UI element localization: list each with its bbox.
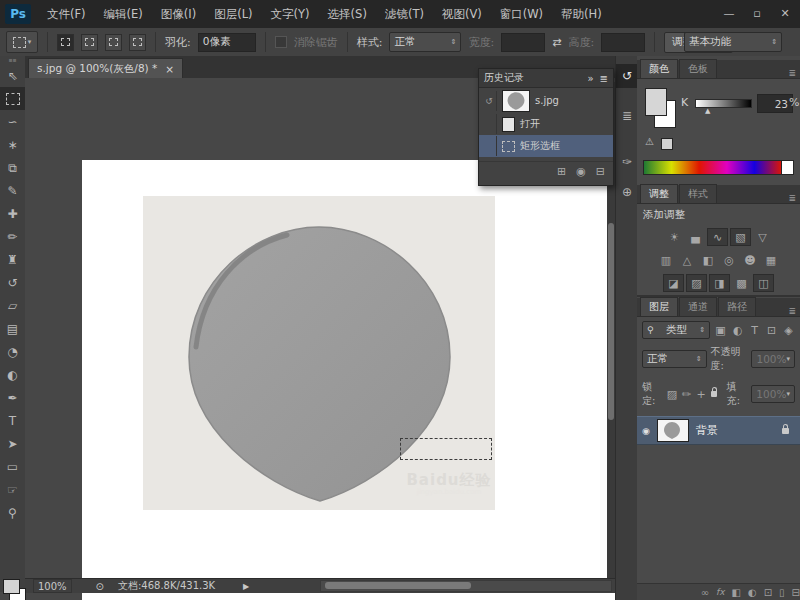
intersect-selection-button[interactable] <box>129 34 146 51</box>
lock-pixels-icon[interactable]: ✏ <box>681 386 692 402</box>
lock-all-icon[interactable] <box>711 391 717 397</box>
menu-help[interactable]: 帮助(H) <box>552 0 611 28</box>
hue-saturation-icon[interactable]: ▥ <box>657 252 676 268</box>
curves-icon[interactable]: ∿ <box>707 228 728 246</box>
blur-tool[interactable]: ◔ <box>0 340 25 363</box>
delete-layer-icon[interactable]: ⊟ <box>792 587 800 598</box>
clone-stamp-tool[interactable]: ♜ <box>0 248 25 271</box>
tab-color[interactable]: 颜色 <box>640 59 678 78</box>
delete-state-icon[interactable]: ⊟ <box>596 165 605 178</box>
filter-pixel-layers-icon[interactable]: ▣ <box>714 322 727 338</box>
rectangular-marquee-tool[interactable] <box>0 87 25 110</box>
history-brush-source-well[interactable] <box>482 136 497 156</box>
close-tab-icon[interactable]: × <box>165 63 174 75</box>
filter-type-layers-icon[interactable]: T <box>748 322 761 338</box>
posterize-icon[interactable]: ▨ <box>686 274 707 292</box>
filter-group-layers-icon[interactable]: ⊡ <box>765 322 778 338</box>
layer-name[interactable]: 背景 <box>696 423 718 438</box>
layer-filter-dropdown[interactable]: ⚲ 类型 ⇕ <box>642 321 710 339</box>
vibrance-icon[interactable]: ▽ <box>753 229 772 245</box>
tab-layers[interactable]: 图层 <box>640 297 678 316</box>
pen-tool[interactable]: ✒ <box>0 386 25 409</box>
marquee-selection[interactable] <box>400 438 492 460</box>
history-brush-source-well[interactable] <box>482 114 497 134</box>
path-selection-tool[interactable]: ➤ <box>0 432 25 455</box>
channel-mixer-icon[interactable]: ☻ <box>741 252 760 268</box>
horizontal-scrollbar[interactable] <box>320 580 612 592</box>
layer-style-icon[interactable]: fx <box>716 587 725 597</box>
history-snapshot-row[interactable]: ↺ s.jpg <box>479 88 613 113</box>
panel-grip[interactable]: ▪▪ <box>0 56 25 64</box>
link-layers-icon[interactable]: ∞ <box>701 587 709 598</box>
history-brush-source-well[interactable]: ↺ <box>482 91 497 111</box>
gamut-warning-icon[interactable]: ⚠ <box>645 136 654 147</box>
white-ramp-end[interactable] <box>781 160 794 175</box>
clone-source-panel-icon[interactable]: ⊕ <box>616 180 638 204</box>
new-layer-icon[interactable]: ▯ <box>779 587 785 598</box>
rectangle-tool[interactable]: ▭ <box>0 455 25 478</box>
healing-brush-tool[interactable]: ✚ <box>0 202 25 225</box>
style-dropdown[interactable]: 正常⇕ <box>389 32 461 52</box>
selective-color-icon[interactable]: ◫ <box>753 274 774 292</box>
foreground-color-swatch[interactable] <box>3 579 20 594</box>
k-slider[interactable] <box>695 99 752 108</box>
vertical-scrollbar-thumb[interactable] <box>608 223 614 420</box>
maximize-button[interactable]: ▫ <box>746 5 768 21</box>
foreground-color-swatch[interactable] <box>645 88 667 116</box>
brush-tool[interactable]: ✏ <box>0 225 25 248</box>
new-snapshot-icon[interactable]: ◉ <box>576 165 586 178</box>
photo-filter-icon[interactable]: ◎ <box>720 252 739 268</box>
collapse-panel-icon[interactable]: » <box>587 73 593 84</box>
opacity-dropdown[interactable]: 100%▾ <box>751 350 795 368</box>
history-step-open[interactable]: 打开 <box>479 113 613 135</box>
black-white-icon[interactable]: ◧ <box>699 252 718 268</box>
new-selection-button[interactable] <box>57 34 74 51</box>
tab-channels[interactable]: 通道 <box>679 297 717 316</box>
workspace-switcher[interactable]: 基本功能⇕ <box>684 32 782 52</box>
threshold-icon[interactable]: ◨ <box>709 274 730 292</box>
panel-menu-icon[interactable]: ≣ <box>788 68 796 78</box>
horizontal-scrollbar-thumb[interactable] <box>325 582 471 589</box>
invert-icon[interactable]: ◪ <box>663 274 684 292</box>
panel-menu-icon[interactable]: ≣ <box>600 73 608 84</box>
menu-image[interactable]: 图像(I) <box>152 0 205 28</box>
move-tool[interactable]: ⇖ <box>0 64 25 87</box>
brightness-contrast-icon[interactable]: ☀ <box>665 229 684 245</box>
history-brush-tool[interactable]: ↺ <box>0 271 25 294</box>
color-spectrum-ramp[interactable] <box>643 160 783 175</box>
new-document-from-state-icon[interactable]: ⊞ <box>557 165 566 178</box>
filter-smart-objects-icon[interactable]: ◈ <box>782 322 795 338</box>
tab-swatches[interactable]: 色板 <box>679 59 717 78</box>
fill-dropdown[interactable]: 100%▾ <box>751 385 795 403</box>
filter-adjustment-layers-icon[interactable]: ◐ <box>731 322 744 338</box>
menu-filter[interactable]: 滤镜(T) <box>376 0 433 28</box>
quick-selection-tool[interactable]: ∗ <box>0 133 25 156</box>
layer-thumbnail[interactable] <box>657 419 689 442</box>
color-lookup-icon[interactable]: ▦ <box>762 252 781 268</box>
lock-transparent-icon[interactable]: ▨ <box>667 386 678 402</box>
menu-file[interactable]: 文件(F) <box>38 0 95 28</box>
eraser-tool[interactable]: ▱ <box>0 294 25 317</box>
height-input[interactable] <box>601 33 645 52</box>
tab-paths[interactable]: 路径 <box>718 297 756 316</box>
k-value-input[interactable]: 23 <box>757 94 793 113</box>
canvas[interactable]: Baidu经验 jingyan.baidu.com <box>82 160 632 600</box>
history-panel-icon[interactable]: ↺ <box>616 64 638 88</box>
dodge-tool[interactable]: ◐ <box>0 363 25 386</box>
tab-styles[interactable]: 样式 <box>679 184 717 203</box>
adjustment-layer-icon[interactable]: ◐ <box>748 587 757 598</box>
color-balance-icon[interactable]: △ <box>678 252 697 268</box>
history-panel-header[interactable]: 历史记录 » ≣ <box>479 69 613 88</box>
menu-view[interactable]: 视图(V) <box>433 0 491 28</box>
gradient-tool[interactable]: ▤ <box>0 317 25 340</box>
properties-panel-icon[interactable]: ≣ <box>616 104 638 128</box>
tab-adjustments[interactable]: 调整 <box>640 184 678 203</box>
document-tab[interactable]: s.jpg @ 100%(灰色/8) * × <box>28 58 183 79</box>
zoom-tool[interactable]: ⚲ <box>0 501 25 524</box>
panel-menu-icon[interactable]: ≣ <box>788 306 796 316</box>
subtract-from-selection-button[interactable] <box>105 34 122 51</box>
swap-dimensions-icon[interactable]: ⇄ <box>552 36 561 49</box>
layer-mask-icon[interactable]: ◧ <box>732 587 741 598</box>
close-button[interactable]: ✕ <box>774 5 796 21</box>
history-step-marquee[interactable]: 矩形选框 <box>479 135 613 157</box>
